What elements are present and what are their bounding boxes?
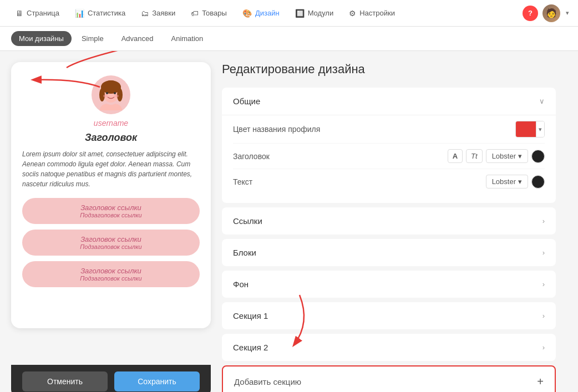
svg-point-7: [103, 95, 108, 98]
heading-italic-button[interactable]: Tt: [466, 149, 483, 163]
section-background: Фон ›: [222, 271, 556, 298]
section-background-header[interactable]: Фон ›: [222, 271, 556, 298]
nav-goods[interactable]: 🏷 Товары: [184, 6, 234, 21]
section-general-content: Цвет названия профиля ▾ Заголовок A: [222, 115, 556, 203]
preview-avatar-wrap: [22, 75, 200, 114]
subtab-advanced[interactable]: Advanced: [114, 31, 161, 46]
svg-point-6: [114, 92, 116, 94]
text-font-chevron-icon: ▾: [518, 177, 522, 186]
svg-point-4: [117, 88, 123, 101]
nav-design[interactable]: 🎨 Дизайн: [236, 6, 286, 21]
heading-font-label: Lobster: [492, 152, 516, 160]
add-section-plus-icon: +: [537, 375, 544, 388]
text-font-select[interactable]: Lobster ▾: [486, 175, 528, 189]
stats-icon: 📊: [75, 9, 84, 18]
nav-modules-label: Модули: [308, 9, 334, 17]
nav-settings-label: Настройки: [359, 9, 395, 17]
heading-bold-button[interactable]: A: [448, 149, 463, 163]
nav-page[interactable]: 🖥 Страница: [9, 6, 66, 21]
subtab-my-designs[interactable]: Мои дизайны: [11, 31, 72, 46]
preview-btn-3-title: Заголовок ссылки: [31, 267, 191, 275]
section-section1-label: Секция 1: [233, 311, 268, 320]
section-links-chevron-icon: ›: [542, 217, 545, 225]
preview-card: username Заголовок Lorem ipsum dolor sit…: [11, 62, 211, 328]
add-section-label: Добавить секцию: [234, 377, 301, 386]
field-heading: Заголовок A Tt Lobster ▾: [233, 144, 545, 169]
svg-point-8: [114, 95, 119, 98]
field-profile-color: Цвет названия профиля ▾: [233, 115, 545, 144]
heading-font-select[interactable]: Lobster ▾: [486, 149, 528, 163]
help-button[interactable]: ?: [523, 6, 538, 21]
section-blocks-label: Блоки: [233, 248, 256, 257]
preview-btn-2-sub: Подзаголовок ссылки: [31, 243, 191, 250]
subtab-animation[interactable]: Animation: [163, 31, 211, 46]
save-button[interactable]: Сохранить: [114, 371, 200, 391]
subtab-simple[interactable]: Simple: [74, 31, 111, 46]
nav-orders[interactable]: 🗂 Заявки: [134, 6, 182, 21]
field-heading-label: Заголовок: [233, 152, 270, 161]
page-icon: 🖥: [16, 9, 23, 18]
nav-modules[interactable]: 🔲 Модули: [288, 6, 341, 21]
design-icon: 🎨: [242, 9, 252, 18]
preview-btn-3[interactable]: Заголовок ссылки Подзаголовок ссылки: [22, 261, 200, 287]
nav-page-label: Страница: [27, 9, 59, 17]
profile-color-swatch: [516, 121, 536, 137]
avatar[interactable]: 🧑: [542, 4, 560, 22]
preview-btn-1[interactable]: Заголовок ссылки Подзаголовок ссылки: [22, 198, 200, 224]
nav-stats[interactable]: 📊 Статистика: [68, 6, 132, 21]
nav-settings[interactable]: ⚙ Настройки: [342, 6, 402, 21]
section-section1: Секция 1 ›: [222, 302, 556, 329]
section-links-label: Ссылки: [233, 216, 262, 226]
goods-icon: 🏷: [191, 9, 199, 18]
nav-right: ? 🧑 ▾: [523, 4, 569, 22]
nav-stats-label: Статистика: [88, 9, 125, 17]
orders-icon: 🗂: [141, 9, 149, 18]
section-general: Общие ∨ Цвет названия профиля ▾: [222, 88, 556, 203]
preview-avatar: [92, 75, 130, 114]
field-text-controls: Lobster ▾: [486, 175, 545, 189]
section-links-header[interactable]: Ссылки ›: [222, 207, 556, 235]
section-background-chevron-icon: ›: [542, 280, 545, 288]
preview-btn-1-title: Заголовок ссылки: [31, 203, 191, 212]
modules-icon: 🔲: [295, 9, 305, 18]
avatar-chevron-icon[interactable]: ▾: [566, 9, 569, 17]
section-blocks-chevron-icon: ›: [542, 248, 545, 257]
field-profile-color-controls: ▾: [515, 121, 545, 138]
section-general-label: Общие: [233, 96, 260, 106]
heading-font-chevron-icon: ▾: [518, 152, 522, 160]
field-text: Текст Lobster ▾: [233, 169, 545, 194]
section-blocks: Блоки ›: [222, 239, 556, 266]
cancel-button[interactable]: Отменить: [22, 371, 108, 391]
top-nav: 🖥 Страница 📊 Статистика 🗂 Заявки 🏷 Товар…: [0, 0, 578, 27]
add-section-button[interactable]: Добавить секцию +: [222, 365, 556, 392]
preview-panel: username Заголовок Lorem ipsum dolor sit…: [11, 62, 211, 392]
text-color-swatch[interactable]: [531, 175, 545, 189]
nav-goods-label: Товары: [202, 9, 227, 17]
section-section2-chevron-icon: ›: [542, 343, 545, 352]
preview-btn-2[interactable]: Заголовок ссылки Подзаголовок ссылки: [22, 230, 200, 256]
bottom-bar: Отменить Сохранить: [11, 365, 211, 392]
color-dropdown-arrow-icon[interactable]: ▾: [536, 121, 544, 137]
section-section2: Секция 2 ›: [222, 334, 556, 361]
section-section2-header[interactable]: Секция 2 ›: [222, 334, 556, 361]
heading-color-swatch[interactable]: [531, 150, 545, 163]
preview-btn-3-sub: Подзаголовок ссылки: [31, 275, 191, 282]
section-section1-chevron-icon: ›: [542, 312, 545, 320]
editor-title: Редактирование дизайна: [222, 62, 556, 77]
color-swatch-dropdown[interactable]: ▾: [515, 121, 545, 138]
section-section1-header[interactable]: Секция 1 ›: [222, 302, 556, 329]
preview-btn-2-title: Заголовок ссылки: [31, 235, 191, 243]
nav-design-label: Дизайн: [255, 9, 280, 17]
section-general-header[interactable]: Общие ∨: [222, 88, 556, 115]
section-links: Ссылки ›: [222, 207, 556, 235]
nav-orders-label: Заявки: [152, 9, 175, 17]
field-profile-color-label: Цвет названия профиля: [233, 125, 320, 134]
editor-panel: Редактирование дизайна Общие ∨ Цвет назв…: [211, 62, 567, 392]
preview-username: username: [22, 119, 200, 128]
field-text-label: Текст: [233, 177, 252, 186]
main-content: username Заголовок Lorem ipsum dolor sit…: [0, 51, 578, 392]
section-section2-label: Секция 2: [233, 343, 268, 352]
text-font-label: Lobster: [492, 177, 516, 186]
section-blocks-header[interactable]: Блоки ›: [222, 239, 556, 266]
preview-title: Заголовок: [22, 132, 200, 144]
